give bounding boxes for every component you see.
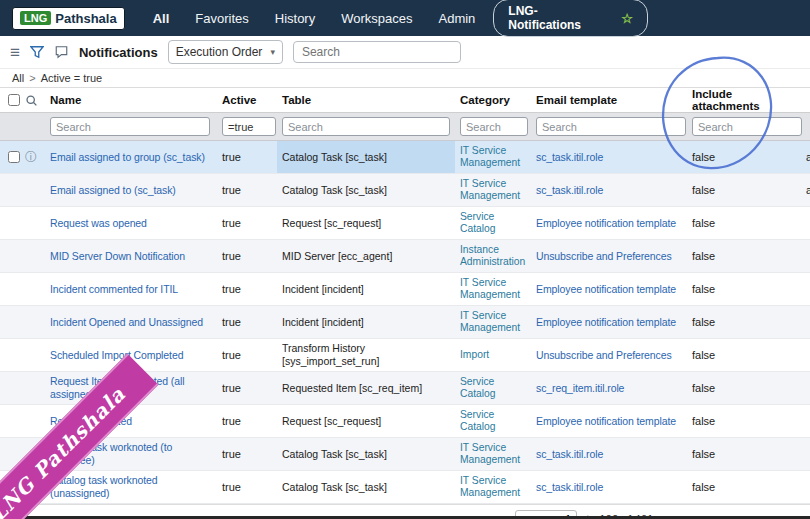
info-icon[interactable]: ⓘ <box>25 151 37 163</box>
chat-bubble-icon[interactable] <box>54 45 69 59</box>
active-value: true <box>217 372 277 404</box>
col-header-email-template[interactable]: Email template <box>531 88 687 112</box>
notification-name-link[interactable]: Email assigned to group (sc_task) <box>50 151 205 164</box>
col-header-category[interactable]: Category <box>455 88 531 112</box>
notification-name-link[interactable]: Request was opened <box>50 217 147 230</box>
table-row[interactable]: MID Server Down NotificationtrueMID Serv… <box>0 240 810 273</box>
col-header-active[interactable]: Active <box>217 88 277 112</box>
active-value: true <box>217 405 277 437</box>
table-value[interactable]: Request [sc_request] <box>277 207 455 239</box>
include-attachments-value: false <box>687 306 806 338</box>
active-value: true <box>217 306 277 338</box>
filter-category-input[interactable] <box>460 117 528 136</box>
table-value[interactable]: MID Server [ecc_agent] <box>277 240 455 272</box>
table-header-row: Name Active Table Category Email templat… <box>0 87 810 113</box>
sort-order-value: Execution Order <box>176 45 263 59</box>
email-template-link[interactable]: Employee notification template <box>536 316 676 329</box>
table-value[interactable]: Request [sc_request] <box>277 405 455 437</box>
table-value[interactable]: Catalog Task [sc_task] <box>277 438 455 470</box>
category-value: IT Service Management <box>460 277 526 301</box>
pill-label: LNG- Notifications <box>508 4 613 32</box>
email-template-link[interactable]: Employee notification template <box>536 283 676 296</box>
cutoff-header-cell <box>806 88 810 112</box>
breadcrumb-filter[interactable]: Active = true <box>41 72 102 84</box>
table-row[interactable]: Incident Opened and UnassignedtrueIncide… <box>0 306 810 339</box>
filter-table-input[interactable] <box>282 117 450 136</box>
chevron-down-icon: ▾ <box>270 47 275 57</box>
select-all-checkbox[interactable] <box>8 94 20 106</box>
table-row[interactable]: Request was openedtrueRequest [sc_reques… <box>0 207 810 240</box>
notification-name-link[interactable]: Incident Opened and Unassigned <box>50 316 203 329</box>
logo-lng-chip: LNG <box>20 11 51 25</box>
include-attachments-value: false <box>687 207 806 239</box>
active-value: true <box>217 240 277 272</box>
table-row[interactable]: Incident commented for ITILtrueIncident … <box>0 273 810 306</box>
search-icon[interactable] <box>25 94 38 107</box>
breadcrumb-all[interactable]: All <box>12 72 24 84</box>
notification-name-link[interactable]: Catalog task worknoted (unassigned) <box>50 474 212 500</box>
list-toolbar: ≡ Notifications Execution Order ▾ <box>0 36 810 69</box>
row-checkbox[interactable] <box>8 151 20 163</box>
filter-name-input[interactable] <box>50 117 210 136</box>
sort-order-select[interactable]: Execution Order ▾ <box>168 40 283 64</box>
include-attachments-value: false <box>687 372 806 404</box>
table-row[interactable]: Email assigned to (sc_task)trueCatalog T… <box>0 174 810 207</box>
table-row[interactable]: Catalog task worknoted (to assignee)true… <box>0 438 810 471</box>
filter-icon[interactable] <box>30 45 44 59</box>
email-template-link[interactable]: Employee notification template <box>536 415 676 428</box>
nav-item-favorites[interactable]: Favorites <box>195 11 248 26</box>
breadcrumb-separator: > <box>29 72 35 84</box>
table-value[interactable]: Requested Item [sc_req_item] <box>277 372 455 404</box>
table-value[interactable]: Incident [incident] <box>277 273 455 305</box>
table-value[interactable]: Catalog Task [sc_task] <box>277 141 455 173</box>
include-attachments-value: false <box>687 471 806 503</box>
category-value: IT Service Management <box>460 145 526 169</box>
table-value[interactable]: Transform History [sys_import_set_run] <box>277 339 455 371</box>
table-row[interactable]: ⓘEmail assigned to group (sc_task)trueCa… <box>0 141 810 174</box>
cutoff-cell <box>806 471 810 503</box>
cutoff-cell <box>806 240 810 272</box>
email-template-link[interactable]: sc_task.itil.role <box>536 184 603 197</box>
list-menu-icon[interactable]: ≡ <box>10 44 20 61</box>
row-select-cell <box>0 207 45 239</box>
email-template-link[interactable]: Unsubscribe and Preferences <box>536 250 672 263</box>
col-header-table[interactable]: Table <box>277 88 455 112</box>
email-template-link[interactable]: sc_req_item.itil.role <box>536 382 624 395</box>
active-value: true <box>217 141 277 173</box>
table-value[interactable]: Incident [incident] <box>277 306 455 338</box>
notification-name-link[interactable]: Email assigned to (sc_task) <box>50 184 176 197</box>
nav-item-all[interactable]: All <box>153 11 170 26</box>
col-header-include-attachments[interactable]: Include attachments <box>687 88 806 112</box>
table-row[interactable]: Catalog task worknoted (unassigned)trueC… <box>0 471 810 504</box>
email-template-link[interactable]: sc_task.itil.role <box>536 481 603 494</box>
nav-item-admin[interactable]: Admin <box>439 11 476 26</box>
category-value: Service Catalog <box>460 409 526 433</box>
email-template-link[interactable]: sc_task.itil.role <box>536 448 603 461</box>
include-attachments-value: false <box>687 339 806 371</box>
nav-item-workspaces[interactable]: Workspaces <box>341 11 412 26</box>
filter-include-attachments-input[interactable] <box>692 117 802 136</box>
email-template-link[interactable]: Unsubscribe and Preferences <box>536 349 672 362</box>
list-search-input[interactable] <box>293 41 461 63</box>
category-value: Import <box>460 349 489 361</box>
main-menu: AllFavoritesHistoryWorkspacesAdmin <box>153 11 476 26</box>
notification-name-link[interactable]: Scheduled Import Completed <box>50 349 183 362</box>
filter-active-input[interactable] <box>222 117 276 136</box>
row-select-cell <box>0 240 45 272</box>
col-header-name[interactable]: Name <box>45 88 217 112</box>
include-attachments-value: false <box>687 273 806 305</box>
table-value[interactable]: Catalog Task [sc_task] <box>277 174 455 206</box>
cutoff-cell: a <box>806 174 810 206</box>
notification-name-link[interactable]: MID Server Down Notification <box>50 250 185 263</box>
filter-email-template-input[interactable] <box>536 117 686 136</box>
logo[interactable]: LNG Pathshala <box>12 7 125 30</box>
active-value: true <box>217 471 277 503</box>
email-template-link[interactable]: Employee notification template <box>536 217 676 230</box>
star-icon[interactable]: ☆ <box>621 11 633 26</box>
table-value[interactable]: Catalog Task [sc_task] <box>277 471 455 503</box>
nav-item-history[interactable]: History <box>275 11 315 26</box>
notifications-pill[interactable]: LNG- Notifications ☆ <box>493 0 648 37</box>
row-select-cell <box>0 174 45 206</box>
notification-name-link[interactable]: Incident commented for ITIL <box>50 283 178 296</box>
email-template-link[interactable]: sc_task.itil.role <box>536 151 603 164</box>
